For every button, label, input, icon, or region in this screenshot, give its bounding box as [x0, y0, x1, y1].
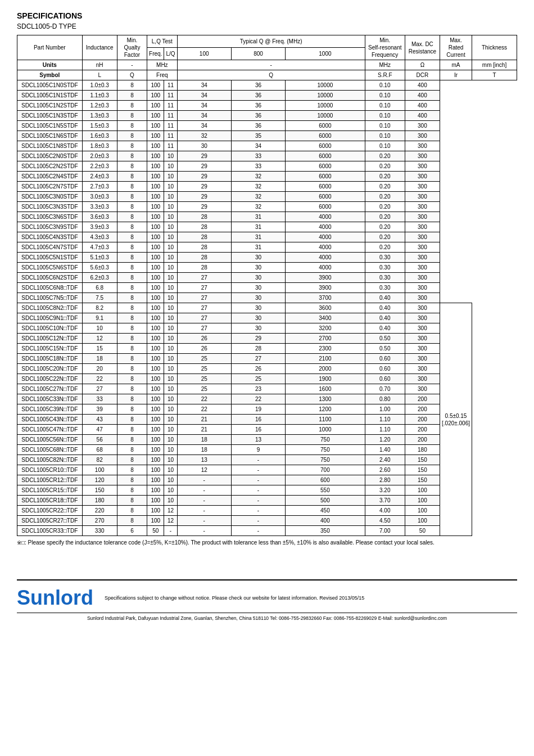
cell-32-9: 200	[405, 404, 440, 415]
cell-39-8: 2.80	[365, 475, 405, 485]
cell-2-0: SDCL1005C1N2STDF	[17, 101, 83, 111]
cell-28-1: 20	[82, 364, 117, 374]
cell-35-1: 56	[82, 435, 117, 445]
cell-17-7: 4000	[286, 253, 365, 263]
cell-33-0: SDCL1005C43N□TDF	[17, 415, 83, 425]
cell-21-0: SDCL1005C7N5□TDF	[17, 293, 83, 303]
cell-17-9: 300	[405, 253, 440, 263]
cell-8-2: 8	[117, 161, 147, 172]
cell-15-8: 0.20	[365, 232, 405, 242]
symbol-freq: Freq	[147, 70, 177, 80]
cell-12-5: 29	[177, 202, 231, 212]
cell-36-7: 750	[286, 445, 365, 455]
table-row: SDCL1005C3N6STDF3.6±0.3810010283140000.2…	[17, 212, 517, 222]
units-thickness: mm [inch]	[472, 60, 517, 70]
symbol-srf: S.R.F	[365, 70, 405, 80]
table-row: SDCL1005C1N1STDF1.1±0.38100113436100000.…	[17, 91, 517, 101]
cell-34-6: 16	[231, 425, 285, 435]
cell-10-8: 0.20	[365, 182, 405, 192]
cell-21-3: 100	[147, 293, 164, 303]
cell-24-1: 10	[82, 323, 117, 334]
cell-38-3: 100	[147, 465, 164, 475]
cell-12-6: 32	[231, 202, 285, 212]
cell-43-7: 400	[286, 516, 365, 526]
cell-30-9: 300	[405, 384, 440, 394]
cell-16-7: 4000	[286, 242, 365, 253]
cell-34-8: 1.10	[365, 425, 405, 435]
cell-13-6: 31	[231, 212, 285, 222]
table-row: SDCL1005C2N0STDF2.0±0.3810010293360000.2…	[17, 151, 517, 161]
cell-38-8: 2.60	[365, 465, 405, 475]
table-row: SDCL1005C1N0STDF1.0±0.38100113436100000.…	[17, 80, 517, 91]
cell-44-2: 6	[117, 526, 147, 536]
cell-21-5: 27	[177, 293, 231, 303]
cell-33-1: 43	[82, 415, 117, 425]
cell-2-2: 8	[117, 101, 147, 111]
cell-28-8: 0.60	[365, 364, 405, 374]
cell-27-8: 0.60	[365, 354, 405, 364]
cell-1-1: 1.1±0.3	[82, 91, 117, 101]
cell-44-4: -	[164, 526, 177, 536]
cell-40-1: 150	[82, 485, 117, 496]
cell-19-1: 6.2±0.3	[82, 273, 117, 283]
cell-26-4: 10	[164, 344, 177, 354]
cell-2-3: 100	[147, 101, 164, 111]
cell-43-5: -	[177, 516, 231, 526]
cell-11-7: 6000	[286, 192, 365, 202]
cell-22-9: 300	[405, 303, 440, 313]
cell-29-8: 0.60	[365, 374, 405, 384]
cell-19-4: 10	[164, 273, 177, 283]
cell-23-7: 3400	[286, 313, 365, 323]
table-row: SDCL1005C4N7STDF4.7±0.3810010283140000.2…	[17, 242, 517, 253]
cell-3-2: 8	[117, 111, 147, 121]
cell-39-1: 120	[82, 475, 117, 485]
cell-37-6: -	[231, 455, 285, 465]
cell-34-7: 1000	[286, 425, 365, 435]
cell-15-6: 31	[231, 232, 285, 242]
cell-4-3: 100	[147, 121, 164, 131]
cell-30-8: 0.70	[365, 384, 405, 394]
cell-25-8: 0.50	[365, 334, 405, 344]
cell-20-5: 27	[177, 283, 231, 293]
thickness-value: 0.5±0.15 [.020±.006]	[440, 303, 472, 536]
cell-10-6: 32	[231, 182, 285, 192]
cell-15-0: SDCL1005C4N3STDF	[17, 232, 83, 242]
cell-2-6: 36	[231, 101, 285, 111]
cell-9-1: 2.4±0.3	[82, 172, 117, 182]
cell-0-9: 400	[405, 80, 440, 91]
cell-29-3: 100	[147, 374, 164, 384]
cell-37-1: 82	[82, 455, 117, 465]
cell-16-9: 300	[405, 242, 440, 253]
cell-32-5: 22	[177, 404, 231, 415]
cell-20-6: 30	[231, 283, 285, 293]
cell-40-7: 550	[286, 485, 365, 496]
table-row: SDCL1005C6N8□TDF6.8810010273039000.30300	[17, 283, 517, 293]
cell-30-6: 23	[231, 384, 285, 394]
cell-32-4: 10	[164, 404, 177, 415]
cell-14-3: 100	[147, 222, 164, 232]
cell-14-8: 0.20	[365, 222, 405, 232]
header-part-number: Part Number	[17, 35, 83, 60]
cell-14-4: 10	[164, 222, 177, 232]
cell-39-9: 150	[405, 475, 440, 485]
footer-address: Sunlord Industrial Park, Dafuyuan Indust…	[17, 613, 517, 621]
cell-18-4: 10	[164, 263, 177, 273]
cell-33-5: 21	[177, 415, 231, 425]
header-rated: Max.RatedCurrent	[440, 35, 472, 60]
cell-39-0: SDCL1005CR12□TDF	[17, 475, 83, 485]
cell-16-2: 8	[117, 242, 147, 253]
cell-31-5: 22	[177, 394, 231, 404]
cell-44-0: SDCL1005CR33□TDF	[17, 526, 83, 536]
cell-13-7: 4000	[286, 212, 365, 222]
cell-20-7: 3900	[286, 283, 365, 293]
cell-34-5: 21	[177, 425, 231, 435]
cell-42-9: 100	[405, 506, 440, 516]
cell-24-9: 300	[405, 323, 440, 334]
cell-22-0: SDCL1005C8N2□TDF	[17, 303, 83, 313]
cell-10-1: 2.7±0.3	[82, 182, 117, 192]
cell-12-1: 3.3±0.3	[82, 202, 117, 212]
cell-13-4: 10	[164, 212, 177, 222]
cell-12-7: 6000	[286, 202, 365, 212]
cell-43-0: SDCL1005CR27□TDF	[17, 516, 83, 526]
cell-29-6: 25	[231, 374, 285, 384]
